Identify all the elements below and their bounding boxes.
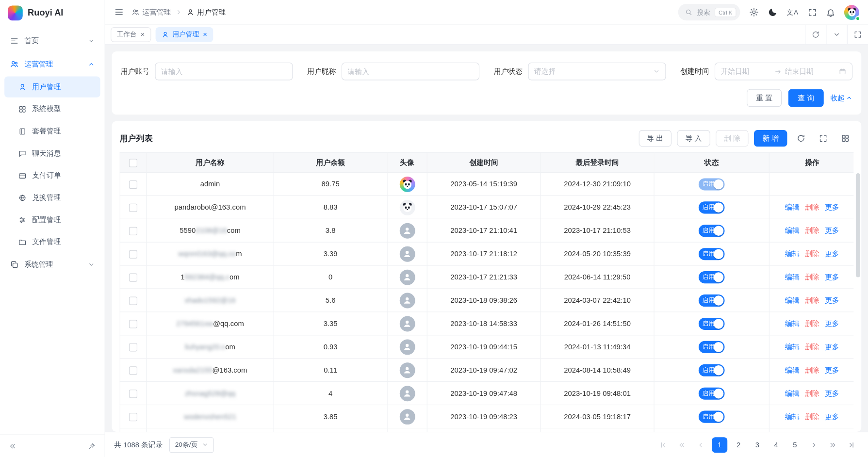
- more-link[interactable]: 更多: [825, 412, 839, 420]
- column-settings-icon[interactable]: [837, 130, 853, 147]
- gear-icon[interactable]: [749, 7, 759, 17]
- status-toggle[interactable]: 启用: [699, 341, 725, 353]
- more-link[interactable]: 更多: [825, 296, 839, 304]
- edit-link[interactable]: 编辑: [785, 226, 800, 234]
- delete-link[interactable]: 删除: [805, 412, 819, 420]
- breadcrumb-operations[interactable]: 运营管理: [132, 7, 171, 17]
- add-button[interactable]: 新 增: [754, 130, 787, 147]
- row-checkbox[interactable]: [129, 390, 137, 398]
- sidebar-item-system[interactable]: 系统管理: [4, 254, 100, 276]
- more-link[interactable]: 更多: [825, 249, 839, 258]
- sidebar-item-chat-messages[interactable]: 聊天消息: [4, 143, 100, 163]
- first-page-button[interactable]: [655, 437, 671, 453]
- nickname-input[interactable]: [348, 67, 474, 76]
- delete-link[interactable]: 删除: [805, 319, 819, 327]
- delete-link[interactable]: 删除: [805, 273, 819, 281]
- jump-forward-button[interactable]: [825, 437, 840, 453]
- edit-link[interactable]: 编辑: [785, 273, 800, 281]
- row-checkbox[interactable]: [129, 343, 137, 351]
- row-checkbox[interactable]: [129, 320, 137, 328]
- delete-link[interactable]: 删除: [805, 226, 819, 234]
- status-toggle[interactable]: 启用: [699, 271, 725, 283]
- more-link[interactable]: 更多: [825, 389, 839, 397]
- sidebar-item-exchange-management[interactable]: 兑换管理: [4, 187, 100, 208]
- sidebar-collapse-button[interactable]: [5, 439, 20, 453]
- table-scrollbar-thumb[interactable]: [856, 173, 860, 277]
- status-toggle[interactable]: 启用: [699, 201, 725, 213]
- more-link[interactable]: 更多: [825, 203, 839, 211]
- translate-icon[interactable]: 文A: [786, 7, 799, 16]
- import-button[interactable]: 导 入: [677, 130, 710, 147]
- page-number-button[interactable]: 4: [769, 437, 784, 453]
- edit-link[interactable]: 编辑: [785, 319, 800, 327]
- more-link[interactable]: 更多: [825, 273, 839, 281]
- breadcrumb-user-management[interactable]: 用户管理: [186, 7, 226, 17]
- global-search[interactable]: 搜索 Ctrl K: [678, 4, 740, 20]
- dark-mode-moon-icon[interactable]: [768, 7, 778, 17]
- column-header[interactable]: 操作: [769, 152, 853, 172]
- row-checkbox[interactable]: [129, 413, 137, 421]
- delete-link[interactable]: 删除: [805, 296, 819, 304]
- status-toggle[interactable]: 启用: [699, 225, 725, 237]
- more-link[interactable]: 更多: [825, 366, 839, 374]
- sidebar-item-payment-orders[interactable]: 支付订单: [4, 165, 100, 186]
- edit-link[interactable]: 编辑: [785, 389, 800, 397]
- page-number-button[interactable]: 3: [750, 437, 765, 453]
- sidebar-item-system-model[interactable]: 系统模型: [4, 98, 100, 119]
- edit-link[interactable]: 编辑: [785, 249, 800, 258]
- row-checkbox[interactable]: [129, 296, 137, 305]
- bell-icon[interactable]: [826, 7, 835, 16]
- jump-back-button[interactable]: [674, 437, 690, 453]
- column-header[interactable]: 状态: [654, 152, 769, 172]
- edit-link[interactable]: 编辑: [785, 412, 800, 420]
- account-input[interactable]: [161, 67, 287, 76]
- sidebar-item-user-management[interactable]: 用户管理: [4, 76, 100, 97]
- sidebar-item-operations[interactable]: 运营管理: [4, 53, 100, 76]
- reset-button[interactable]: 重 置: [747, 89, 782, 107]
- tab-workbench[interactable]: 工作台 ×: [111, 27, 151, 42]
- previous-page-button[interactable]: [693, 437, 708, 453]
- column-header[interactable]: 创建时间: [427, 152, 540, 172]
- status-toggle[interactable]: 启用: [699, 364, 725, 376]
- select-all-checkbox[interactable]: [129, 159, 137, 167]
- refresh-icon[interactable]: [805, 25, 826, 44]
- sidebar-item-home[interactable]: 首页: [4, 30, 100, 52]
- edit-link[interactable]: 编辑: [785, 203, 800, 211]
- status-select[interactable]: 请选择: [528, 63, 666, 81]
- delete-link[interactable]: 删除: [805, 366, 819, 374]
- edit-link[interactable]: 编辑: [785, 343, 800, 351]
- fullscreen-icon[interactable]: [808, 7, 817, 16]
- delete-link[interactable]: 删除: [805, 389, 819, 397]
- fullscreen-icon[interactable]: [815, 130, 831, 147]
- last-page-button[interactable]: [844, 437, 859, 453]
- date-range-picker[interactable]: 开始日期 结束日期: [715, 63, 852, 81]
- tab-user-management[interactable]: 用户管理 ×: [155, 27, 213, 42]
- row-checkbox[interactable]: [129, 366, 137, 375]
- delete-button[interactable]: 删 除: [716, 130, 749, 147]
- column-header[interactable]: 最后登录时间: [540, 152, 654, 172]
- pin-icon[interactable]: [85, 439, 99, 453]
- search-button[interactable]: 查 询: [788, 89, 824, 107]
- page-number-button[interactable]: 1: [712, 437, 727, 453]
- delete-link[interactable]: 删除: [805, 343, 819, 351]
- row-checkbox[interactable]: [129, 273, 137, 281]
- edit-link[interactable]: 编辑: [785, 296, 800, 304]
- user-avatar[interactable]: [844, 5, 859, 20]
- close-icon[interactable]: ×: [141, 31, 145, 38]
- status-toggle[interactable]: 启用: [699, 387, 725, 399]
- more-link[interactable]: 更多: [825, 343, 839, 351]
- hamburger-menu-icon[interactable]: [114, 7, 124, 17]
- brand[interactable]: Ruoyi AI: [0, 0, 105, 25]
- status-toggle[interactable]: 启用: [699, 317, 725, 329]
- more-link[interactable]: 更多: [825, 319, 839, 327]
- status-toggle[interactable]: 启用: [699, 248, 725, 260]
- row-checkbox[interactable]: [129, 227, 137, 235]
- row-checkbox[interactable]: [129, 180, 137, 188]
- chevron-down-icon[interactable]: [826, 25, 847, 44]
- page-number-button[interactable]: 5: [787, 437, 802, 453]
- page-number-button[interactable]: 2: [731, 437, 746, 453]
- delete-link[interactable]: 删除: [805, 203, 819, 211]
- more-link[interactable]: 更多: [825, 226, 839, 234]
- page-size-select[interactable]: 20条/页: [169, 437, 213, 453]
- collapse-filter-link[interactable]: 收起: [830, 93, 852, 103]
